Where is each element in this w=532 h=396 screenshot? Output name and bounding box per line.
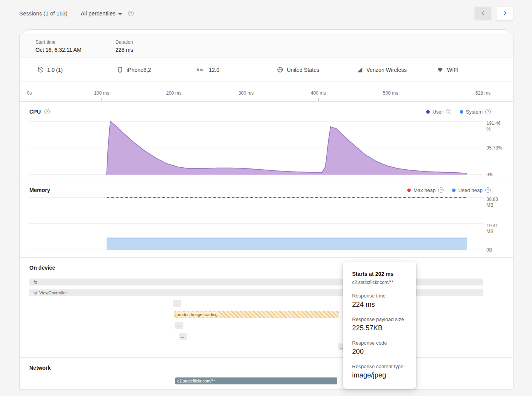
network-section: Network c2.staticflickr.com/** (20, 358, 513, 389)
trace-bar-collapsed[interactable]: ... (179, 333, 187, 340)
chevron-right-icon (500, 8, 510, 19)
device-info-label: Verizon Wireless (366, 67, 407, 73)
help-icon[interactable]: ? (485, 187, 491, 193)
trace-bar-label: c2.staticflickr.com/** (177, 379, 215, 383)
app-version-icon (37, 66, 44, 73)
trace-bar-label: productImageLoading (176, 312, 218, 317)
trace-bar-label: _st_ViewController (31, 291, 67, 295)
memory-section-header: Memory Max heap?Used heap? (20, 180, 513, 195)
tooltip-field-label: Response content type (352, 364, 407, 369)
y-axis-tick-label: 38.83 MB (486, 197, 504, 208)
help-icon[interactable]: ? (44, 109, 50, 114)
legend-label: Max heap (413, 187, 435, 193)
session-card: Start time Oct 16, 6:32:11 AM Duration 2… (19, 34, 513, 390)
timeline-tick-label: 0s (27, 90, 32, 96)
device-info-item: 1.0 (1) (37, 66, 117, 73)
help-icon[interactable]: ? (438, 187, 444, 193)
memory-chart-svg (29, 195, 483, 253)
timeline-tick-mark (318, 98, 319, 101)
cpu-section-title: CPU ? (29, 109, 50, 115)
chevron-left-icon (478, 8, 488, 19)
cpu-chart[interactable]: 191.46 %95.73%0% (29, 117, 483, 176)
timeline-ruler: 0s100 ms200 ms300 ms400 ms500 ms628 ms (20, 82, 513, 102)
trace-bar-c2-staticflickr-com[interactable]: c2.staticflickr.com/** (175, 377, 337, 384)
device-info-label: iPhone8,2 (127, 67, 151, 73)
cpu-legend: User?System? (426, 109, 491, 115)
carrier-icon (357, 67, 363, 73)
legend-dot (426, 110, 430, 114)
memory-chart[interactable]: 38.83 MB19.41 MB0B (29, 195, 483, 253)
svg-text:iOS: iOS (197, 68, 203, 72)
device-info-item: iPhone8,2 (117, 66, 197, 73)
trace-bar-collapsed[interactable]: ... (173, 300, 181, 307)
timeline-tick-label: 500 ms (383, 90, 398, 96)
tooltip-field-value: 224 ms (352, 300, 407, 309)
tooltip-title: Starts at 202 ms (352, 271, 407, 277)
trace-bar-label: ... (181, 334, 184, 338)
timeline-tick-mark (102, 98, 102, 101)
on-device-section: On device _fs_st_ViewController...produc… (20, 258, 513, 358)
cpu-section: CPU ? User?System? 191.46 %95.73%0% (20, 102, 513, 180)
device-info-item: WIFI (437, 67, 517, 73)
legend-dot (407, 189, 411, 192)
help-icon[interactable]: ? (485, 109, 491, 114)
timeline-tick-mark (174, 98, 174, 101)
tooltip-field-value: 225.57KB (352, 324, 407, 332)
timeline-tick-label: 400 ms (311, 90, 326, 96)
device-info-item: Verizon Wireless (357, 67, 437, 73)
network-section-title: Network (29, 365, 51, 371)
device-info-label: 12.0 (209, 67, 219, 73)
session-detail-page: Sessions (1 of 163) All percentiles ? St… (0, 0, 532, 396)
previous-session-button[interactable] (474, 7, 491, 20)
memory-section: Memory Max heap?Used heap? 38.83 MB19.41… (20, 180, 513, 258)
timeline-tick-label: 100 ms (94, 90, 109, 96)
ios-icon: iOS (197, 67, 205, 73)
timeline-tick-label: 300 ms (239, 90, 254, 96)
device-info-row: 1.0 (1)iPhone8,2iOS12.0United StatesVeri… (20, 58, 513, 82)
trace-bar-label: ... (175, 301, 178, 306)
tooltip-field-label: Response code (352, 340, 407, 346)
wifi-icon (437, 67, 444, 73)
tooltip-field-value: image/jpeg (352, 371, 407, 379)
network-section-header: Network (20, 358, 513, 373)
y-axis-tick-label: 19.41 MB (486, 223, 504, 235)
y-axis-tick-label: 191.46 % (486, 121, 504, 132)
duration-label: Duration (115, 39, 195, 45)
legend-dot (452, 189, 456, 192)
session-nav (474, 7, 513, 20)
duration-block: Duration 228 ms (115, 39, 195, 53)
device-info-item: United States (277, 66, 357, 73)
percentiles-dropdown[interactable]: All percentiles (81, 10, 122, 17)
timeline-tick-label: 200 ms (166, 90, 181, 96)
next-session-button[interactable] (496, 7, 513, 20)
globe-icon (277, 66, 283, 73)
start-time-block: Start time Oct 16, 6:32:11 AM (36, 39, 115, 53)
start-time-value: Oct 16, 6:32:11 AM (36, 47, 115, 53)
help-icon[interactable]: ? (128, 11, 134, 16)
help-icon[interactable]: ? (446, 109, 451, 114)
chevron-down-icon (118, 13, 122, 15)
sessions-count-label: Sessions (1 of 163) (19, 10, 68, 17)
session-card-deck: Start time Oct 16, 6:32:11 AM Duration 2… (19, 29, 513, 390)
on-device-section-title: On device (29, 265, 55, 271)
tooltip-url: c2.staticflickr.com/** (352, 280, 407, 285)
legend-item-user: User? (426, 109, 451, 115)
legend-dot (460, 110, 463, 114)
cpu-title-text: CPU (29, 109, 41, 115)
y-axis-tick-label: 95.73% (486, 145, 504, 151)
trace-bar-collapsed[interactable]: ... (175, 322, 183, 329)
session-summary: Start time Oct 16, 6:32:11 AM Duration 2… (20, 34, 513, 58)
timeline-tick-mark (391, 98, 391, 101)
legend-label: Used heap (458, 187, 483, 193)
memory-section-title: Memory (29, 187, 50, 193)
device-info-item: iOS12.0 (197, 67, 277, 73)
device-info-label: United States (287, 67, 319, 73)
cpu-section-header: CPU ? User?System? (20, 102, 513, 117)
legend-item-max-heap: Max heap? (407, 187, 444, 193)
on-device-section-header: On device (20, 258, 513, 273)
memory-legend: Max heap?Used heap? (407, 187, 491, 193)
legend-label: User (432, 109, 443, 115)
tooltip-fields: Response time224 msResponse payload size… (352, 293, 407, 379)
y-axis-tick-label: 0B (486, 247, 504, 253)
trace-bar-productimageloading[interactable]: productImageLoading (174, 311, 339, 318)
